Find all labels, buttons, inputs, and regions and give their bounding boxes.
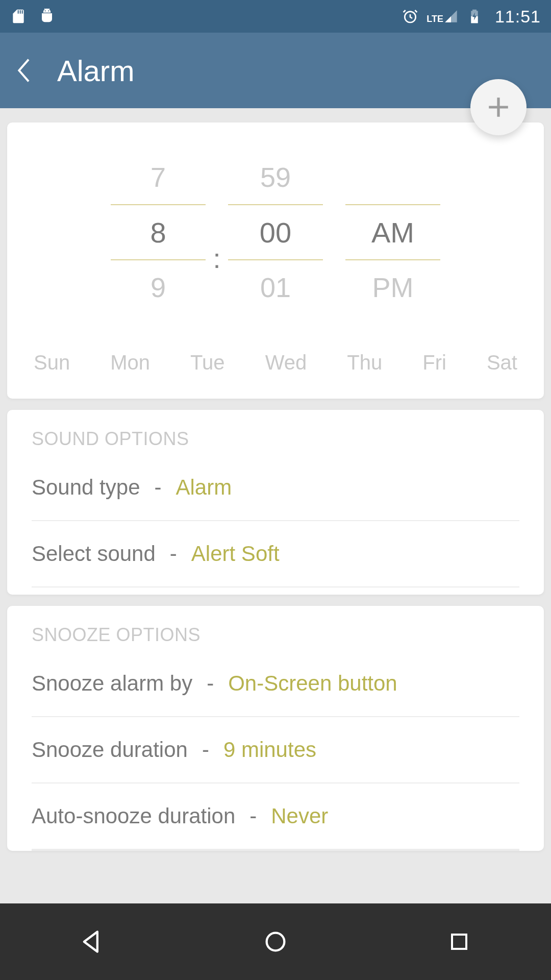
- day-mon[interactable]: Mon: [110, 351, 150, 374]
- battery-charging-icon: [466, 8, 483, 24]
- day-thu[interactable]: Thu: [347, 351, 382, 374]
- row-dash: -: [202, 738, 209, 762]
- row-dash: -: [170, 542, 177, 566]
- nav-back-button[interactable]: [46, 919, 138, 965]
- ampm-picker[interactable]: AM PM: [345, 150, 440, 314]
- minute-prev: 59: [228, 150, 323, 204]
- lte-signal-icon: LTE: [427, 9, 458, 23]
- svg-point-1: [48, 10, 49, 11]
- android-debug-icon: [39, 8, 55, 24]
- auto-snooze-value: Never: [271, 804, 328, 828]
- time-picker-card: 7 8 9 : 59 00 01 AM PM: [7, 122, 544, 399]
- svg-point-0: [45, 10, 46, 11]
- hour-selected: 8: [111, 205, 206, 259]
- auto-snooze-label: Auto-snooze duration: [32, 804, 235, 828]
- minute-selected: 00: [228, 205, 323, 259]
- status-clock: 11:51: [495, 7, 541, 27]
- nav-home-button[interactable]: [230, 919, 321, 965]
- minute-next: 01: [228, 260, 323, 314]
- day-fri[interactable]: Fri: [422, 351, 446, 374]
- row-dash: -: [207, 671, 214, 696]
- row-dash: -: [155, 475, 162, 500]
- hour-next: 9: [111, 260, 206, 314]
- lte-label: LTE: [427, 14, 443, 23]
- sound-options-title: SOUND OPTIONS: [32, 428, 519, 450]
- time-separator: :: [206, 217, 228, 299]
- snooze-alarm-by-row[interactable]: Snooze alarm by - On-Screen button: [32, 651, 519, 717]
- ampm-selected: AM: [345, 205, 440, 259]
- page-title: Alarm: [57, 54, 134, 88]
- snooze-alarm-by-value: On-Screen button: [228, 671, 397, 696]
- sd-card-icon: [10, 8, 27, 24]
- alarm-icon: [402, 8, 418, 24]
- snooze-duration-value: 9 minutes: [223, 738, 316, 762]
- back-icon[interactable]: [14, 58, 35, 83]
- hour-prev: 7: [111, 150, 206, 204]
- hour-picker[interactable]: 7 8 9: [111, 150, 206, 314]
- snooze-duration-row[interactable]: Snooze duration - 9 minutes: [32, 717, 519, 783]
- row-dash: -: [249, 804, 257, 828]
- day-row: Sun Mon Tue Wed Thu Fri Sat: [28, 351, 523, 374]
- ampm-next: PM: [345, 260, 440, 314]
- day-tue[interactable]: Tue: [190, 351, 224, 374]
- system-nav-bar: [0, 903, 551, 980]
- add-alarm-button[interactable]: [470, 79, 527, 135]
- nav-recent-button[interactable]: [413, 919, 505, 965]
- snooze-options-title: SNOOZE OPTIONS: [32, 624, 519, 646]
- day-wed[interactable]: Wed: [265, 351, 307, 374]
- select-sound-label: Select sound: [32, 542, 156, 566]
- snooze-options-card: SNOOZE OPTIONS Snooze alarm by - On-Scre…: [7, 606, 544, 851]
- status-bar: LTE 11:51: [0, 0, 551, 33]
- svg-point-5: [267, 933, 285, 951]
- content-scroll[interactable]: 7 8 9 : 59 00 01 AM PM: [0, 108, 551, 903]
- snooze-duration-label: Snooze duration: [32, 738, 188, 762]
- sound-type-row[interactable]: Sound type - Alarm: [32, 455, 519, 521]
- snooze-alarm-by-label: Snooze alarm by: [32, 671, 192, 696]
- day-sat[interactable]: Sat: [487, 351, 517, 374]
- svg-rect-6: [452, 935, 466, 949]
- day-sun[interactable]: Sun: [34, 351, 70, 374]
- app-bar: Alarm: [0, 33, 551, 108]
- select-sound-row[interactable]: Select sound - Alert Soft: [32, 521, 519, 587]
- select-sound-value: Alert Soft: [191, 542, 280, 566]
- sound-type-value: Alarm: [176, 475, 232, 500]
- minute-picker[interactable]: 59 00 01: [228, 150, 323, 314]
- sound-options-card: SOUND OPTIONS Sound type - Alarm Select …: [7, 410, 544, 595]
- auto-snooze-duration-row[interactable]: Auto-snooze duration - Never: [32, 783, 519, 850]
- sound-type-label: Sound type: [32, 475, 140, 500]
